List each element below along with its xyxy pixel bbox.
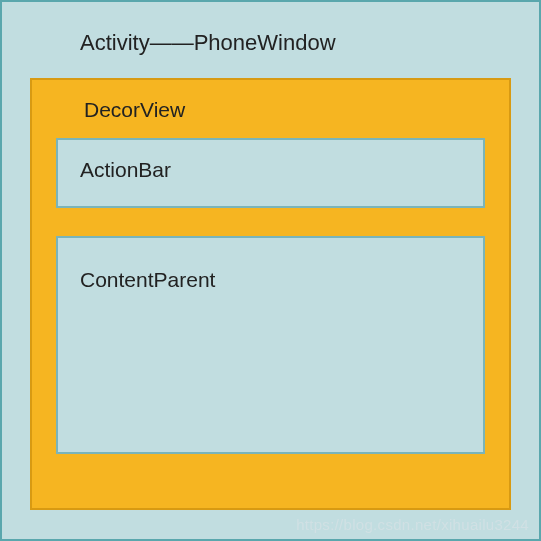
watermark-text: https://blog.csdn.net/xihuailu3244 [296, 516, 529, 533]
activity-phonewindow-box: Activity——PhoneWindow DecorView ActionBa… [0, 0, 541, 541]
decor-view-title: DecorView [84, 98, 485, 122]
activity-title: Activity——PhoneWindow [80, 30, 511, 56]
content-parent-box: ContentParent [56, 236, 485, 454]
action-bar-box: ActionBar [56, 138, 485, 208]
decor-view-box: DecorView ActionBar ContentParent [30, 78, 511, 510]
action-bar-label: ActionBar [80, 158, 483, 182]
content-parent-label: ContentParent [80, 268, 483, 292]
